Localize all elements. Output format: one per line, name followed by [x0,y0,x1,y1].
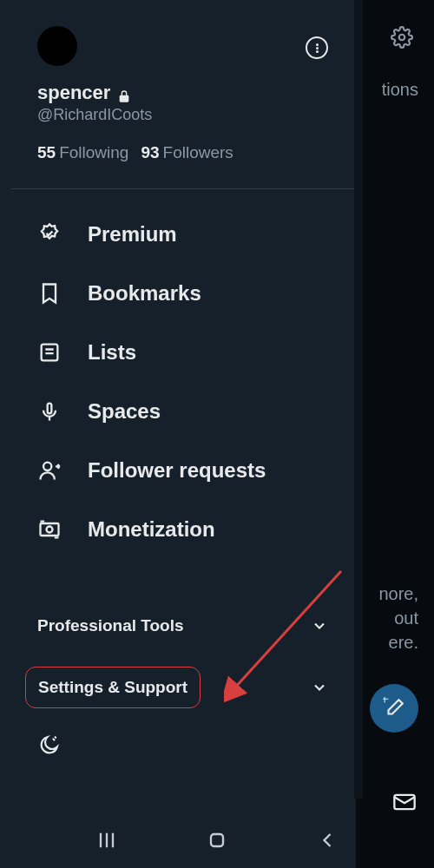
following-stat[interactable]: 55Following [37,143,128,162]
section-label: Professional Tools [37,616,184,635]
spaces-icon [37,399,62,424]
display-name-row[interactable]: spencer [37,82,328,104]
settings-support-section[interactable]: Settings & Support [37,651,328,724]
avatar[interactable] [37,26,77,66]
dark-mode-icon[interactable] [37,734,60,757]
backdrop-partial-text: tions [382,80,418,100]
messages-icon[interactable] [392,790,417,814]
home-button[interactable] [205,828,229,852]
backdrop-snippet: nore, out ere. [378,582,418,654]
svg-rect-8 [211,834,223,846]
display-name: spencer [37,82,110,104]
nav-label: Premium [88,222,177,247]
recents-button[interactable] [95,828,119,852]
nav-monetization[interactable]: Monetization [37,500,328,559]
nav-label: Lists [88,340,136,365]
divider [11,188,354,189]
compose-button[interactable] [370,684,418,733]
lists-icon [37,340,62,365]
section-label: Settings & Support [38,678,187,696]
nav-premium[interactable]: Premium [37,205,328,264]
nav-label: Follower requests [88,458,266,483]
underlying-screen: tions nore, out ere. [356,0,434,868]
chevron-down-icon [311,679,328,696]
svg-rect-5 [41,523,59,536]
annotation-highlight: Settings & Support [25,667,201,708]
handle[interactable]: @RichardICoots [37,106,328,124]
premium-icon [37,222,62,247]
nav-label: Bookmarks [88,281,201,306]
lock-icon [117,86,131,100]
gear-icon[interactable] [391,26,413,49]
nav-bookmarks[interactable]: Bookmarks [37,264,328,323]
monetization-icon [37,517,62,542]
system-navigation-bar [0,819,434,861]
nav-label: Monetization [88,517,215,542]
followers-stat[interactable]: 93Followers [141,143,233,162]
nav-follower-requests[interactable]: Follower requests [37,441,328,500]
follower-requests-icon [37,458,62,483]
svg-point-4 [43,463,51,470]
accounts-icon[interactable] [306,36,328,59]
svg-point-6 [47,527,53,533]
bookmark-icon [37,281,62,306]
nav-spaces[interactable]: Spaces [37,382,328,441]
nav-label: Spaces [88,399,161,424]
back-button[interactable] [315,828,339,852]
professional-tools-section[interactable]: Professional Tools [37,601,328,651]
chevron-down-icon [311,617,328,635]
navigation-drawer: spencer @RichardICoots 55Following 93Fol… [11,0,363,799]
nav-lists[interactable]: Lists [37,323,328,382]
svg-point-0 [399,35,405,41]
svg-rect-3 [48,404,52,414]
